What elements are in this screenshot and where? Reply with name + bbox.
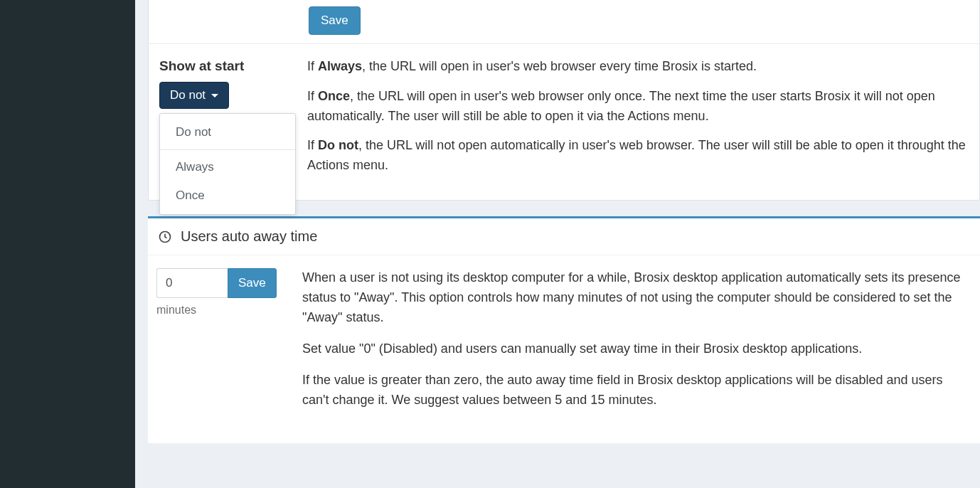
show-at-start-menu: Do not Always Once: [159, 113, 296, 215]
clock-icon: [158, 230, 172, 244]
auto-away-input[interactable]: [156, 268, 228, 298]
sidebar: [0, 0, 135, 488]
auto-away-save-button[interactable]: Save: [228, 268, 277, 298]
show-at-start-description: If Always, the URL will open in user's w…: [307, 57, 969, 186]
show-at-start-label: Show at start: [159, 57, 287, 75]
show-at-start-row: Show at start Do not Do not Always Once: [149, 44, 979, 200]
auto-away-title: Users auto away time: [181, 228, 317, 245]
auto-away-unit-label: minutes: [156, 304, 281, 317]
auto-away-description: When a user is not using its desktop com…: [302, 268, 964, 421]
auto-away-panel: Users auto away time Save minutes When a…: [148, 216, 980, 442]
dropdown-item-always[interactable]: Always: [160, 153, 295, 181]
auto-away-controls: Save minutes: [156, 268, 281, 421]
main-content: Save Show at start Do not Do not Always …: [135, 0, 980, 488]
show-at-start-toggle[interactable]: Do not: [159, 82, 229, 109]
save-button[interactable]: Save: [309, 6, 361, 35]
auto-away-header: Users auto away time: [148, 218, 980, 255]
save-row: Save: [149, 1, 979, 44]
show-at-start-dropdown: Do not Do not Always Once: [159, 82, 229, 109]
dropdown-divider: [160, 149, 295, 150]
caret-down-icon: [211, 94, 218, 97]
dropdown-selected-text: Do not: [170, 88, 206, 102]
dropdown-item-do-not[interactable]: Do not: [160, 118, 295, 147]
dropdown-item-once[interactable]: Once: [160, 181, 295, 210]
url-settings-panel: Save Show at start Do not Do not Always …: [148, 0, 980, 201]
